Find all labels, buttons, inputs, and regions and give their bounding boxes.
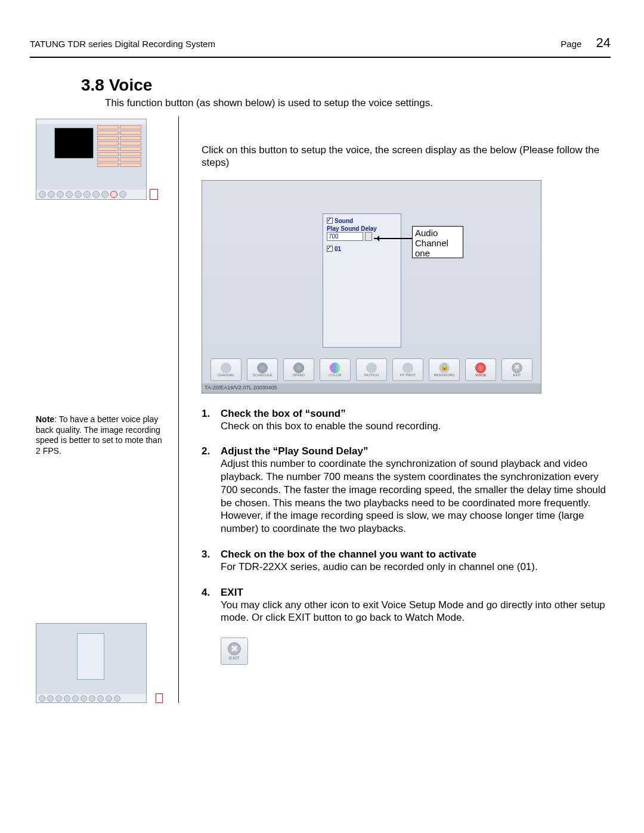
- step-title: Check on the box of the channel you want…: [221, 549, 476, 561]
- page-label: Page: [561, 39, 581, 49]
- red-highlight-box-2: [156, 693, 163, 703]
- exit-icon: [512, 363, 522, 373]
- step-number: 4.: [202, 587, 221, 599]
- step-title: Check the box of “sound”: [221, 408, 346, 420]
- section-number: 3.8: [81, 76, 104, 94]
- step-item: 4.EXITYou may click any other icon to ex…: [202, 587, 611, 625]
- toolbar-btn-label: SPEED: [293, 373, 305, 377]
- thumb1-voice-highlight: [110, 191, 117, 198]
- toolbar-btn-channel[interactable]: CHANNEL: [210, 358, 242, 381]
- step-body: You may click any other icon to exit Voi…: [221, 599, 611, 625]
- toolbar-btn-ptz[interactable]: PT PROT: [392, 358, 423, 381]
- sidebar-note: Note: To have a better voice play back q…: [36, 414, 165, 456]
- voice-setup-screenshot: Sound Play Sound Delay 700 01 Audio Chan…: [202, 180, 541, 394]
- step-number: 1.: [202, 408, 221, 420]
- thumbnail-two: [36, 623, 165, 703]
- voice-setup-toolbar: CHANNELSCHEDULESPEEDCOLORMOTIONPT PROTPA…: [210, 358, 532, 380]
- page-number-wrap: Page 24: [561, 35, 611, 51]
- doc-title: TATUNG TDR series Digital Recording Syst…: [30, 39, 215, 49]
- step-number: 2.: [202, 445, 221, 457]
- color-icon: [330, 363, 340, 373]
- toolbar-btn-password[interactable]: PASSWORD: [429, 358, 460, 381]
- step-item: 1.Check the box of “sound”Check on this …: [202, 408, 611, 433]
- voice-panel: Sound Play Sound Delay 700 01: [323, 213, 401, 348]
- ptz-icon: [402, 363, 413, 373]
- toolbar-btn-label: PT PROT: [400, 373, 416, 377]
- page-header: TATUNG TDR series Digital Recording Syst…: [30, 35, 611, 51]
- toolbar-btn-label: MOTION: [364, 373, 379, 377]
- page: TATUNG TDR series Digital Recording Syst…: [0, 0, 644, 833]
- speed-icon: [293, 363, 304, 373]
- step-number: 3.: [202, 549, 221, 561]
- callout-box: Audio Channel one: [412, 226, 463, 258]
- sound-label: Sound: [335, 218, 353, 224]
- toolbar-btn-speed[interactable]: SPEED: [283, 358, 314, 381]
- toolbar-btn-label: COLOR: [329, 373, 341, 377]
- step-title: EXIT: [221, 587, 243, 599]
- thumb1-canvas: [36, 119, 147, 200]
- toolbar-btn-label: CHANNEL: [218, 373, 235, 377]
- exit-icon-label: EXIT: [229, 655, 240, 661]
- toolbar-btn-label: VOICE: [475, 373, 487, 377]
- section-lead: This function button (as shown below) is…: [105, 97, 611, 109]
- thumb1-video: [54, 128, 94, 159]
- step-body: For TDR-22XX series, audio can be record…: [221, 561, 611, 574]
- thumb2-canvas: [36, 623, 147, 703]
- toolbar-btn-schedule[interactable]: SCHEDULE: [247, 358, 278, 381]
- step-title: Adjust the “Play Sound Delay”: [221, 445, 369, 457]
- toolbar-btn-exit[interactable]: EXIT: [501, 358, 532, 381]
- thumb2-toolbar: [36, 694, 146, 702]
- note-label: Note: [36, 414, 54, 424]
- password-icon: [439, 363, 450, 373]
- toolbar-btn-label: SCHEDULE: [253, 373, 273, 377]
- toolbar-btn-motion[interactable]: MOTION: [356, 358, 387, 381]
- exit-icon: ✕: [228, 642, 241, 655]
- toolbar-btn-label: EXIT: [513, 373, 521, 377]
- note-text: : To have a better voice play back quali…: [36, 414, 162, 456]
- step-body: Check on this box to enable the sound re…: [221, 420, 611, 433]
- ch01-label: 01: [335, 246, 341, 252]
- callout-arrow: [374, 238, 413, 239]
- exit-button-image: ✕ EXIT: [221, 637, 248, 665]
- section-name: Voice: [109, 76, 153, 94]
- step-body: Adjust this number to coordinate the syn…: [221, 457, 611, 535]
- page-number: 24: [596, 35, 611, 50]
- thumb1-channel-list: [97, 125, 141, 168]
- step-item: 3.Check on the box of the channel you wa…: [202, 549, 611, 574]
- ch01-checkbox[interactable]: [327, 246, 333, 252]
- toolbar-btn-voice[interactable]: VOICE: [465, 358, 496, 381]
- intro-text: Click on this button to setup the voice,…: [202, 144, 611, 169]
- left-column: Note: To have a better voice play back q…: [30, 116, 179, 703]
- thumb2-panel: [77, 633, 104, 680]
- toolbar-btn-label: PASSWORD: [434, 373, 455, 377]
- steps-list: 1.Check the box of “sound”Check on this …: [202, 408, 611, 625]
- thumb1-toolbar: [36, 190, 146, 199]
- right-column: Click on this button to setup the voice,…: [179, 116, 611, 665]
- section-title: 3.8 Voice: [81, 76, 611, 95]
- status-bar: TA-20/EA16/V2.07L 20030405: [202, 383, 541, 393]
- channel-icon: [221, 363, 231, 373]
- step-item: 2.Adjust the “Play Sound Delay”Adjust th…: [202, 445, 611, 535]
- red-highlight-box-1: [150, 189, 158, 200]
- delay-spinner[interactable]: [365, 232, 372, 241]
- delay-label: Play Sound Delay: [327, 225, 397, 232]
- schedule-icon: [257, 363, 268, 373]
- toolbar-btn-color[interactable]: COLOR: [320, 358, 351, 381]
- motion-icon: [366, 363, 377, 373]
- thumbnail-one: [36, 119, 165, 200]
- delay-input[interactable]: 700: [327, 232, 363, 241]
- voice-icon: [475, 363, 486, 373]
- sound-checkbox[interactable]: [327, 218, 333, 224]
- header-rule: [30, 57, 611, 58]
